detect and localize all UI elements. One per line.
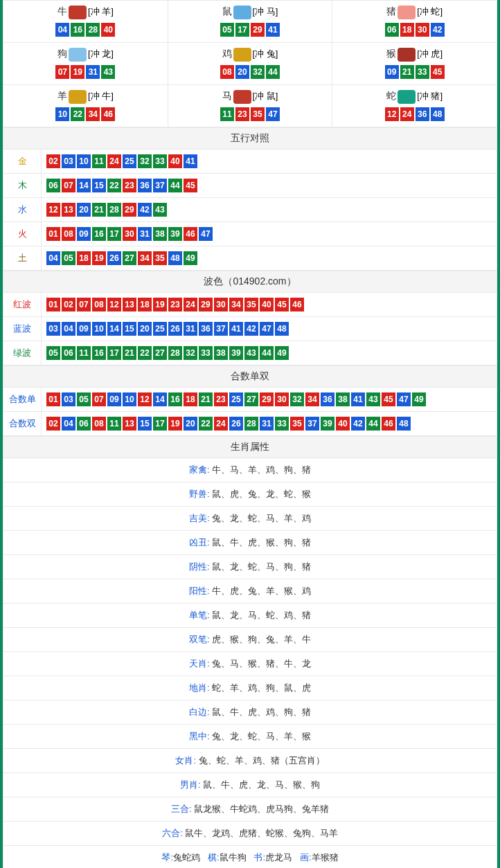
number-ball: 26 bbox=[168, 322, 182, 336]
number-ball: 37 bbox=[305, 417, 319, 431]
number-ball: 28 bbox=[244, 417, 258, 431]
bose-header: 波色（014902.com） bbox=[3, 271, 497, 293]
zodiac-cell: 猴[冲 虎]09213345 bbox=[332, 43, 497, 85]
number-ball: 34 bbox=[86, 107, 100, 121]
zodiac-name: 猴 bbox=[386, 48, 396, 59]
number-ball: 11 bbox=[220, 107, 234, 121]
attr-row: 三合: 鼠龙猴、牛蛇鸡、虎马狗、兔羊猪 bbox=[3, 797, 497, 822]
attr-row: 阴性: 鼠、龙、蛇、马、狗、猪 bbox=[3, 555, 497, 579]
attr-value: 虎、猴、狗、兔、羊、牛 bbox=[212, 634, 311, 644]
number-ball: 20 bbox=[138, 322, 152, 336]
number-ball: 18 bbox=[138, 298, 152, 311]
row-label: 木 bbox=[3, 174, 42, 198]
zodiac-icon bbox=[233, 90, 251, 104]
zodiac-name: 蛇 bbox=[386, 90, 396, 101]
number-ball: 05 bbox=[77, 392, 91, 406]
number-ball: 31 bbox=[138, 227, 152, 241]
number-ball: 45 bbox=[184, 179, 197, 192]
zodiac-name: 马 bbox=[222, 90, 232, 101]
number-ball: 19 bbox=[153, 298, 167, 311]
number-ball: 19 bbox=[168, 417, 182, 431]
zodiac-name: 鼠 bbox=[222, 6, 232, 17]
number-ball: 13 bbox=[62, 203, 75, 217]
attr-label: 白边: bbox=[189, 707, 210, 717]
number-ball: 15 bbox=[123, 322, 136, 336]
attr-value: 虎龙马 bbox=[265, 852, 292, 862]
number-ball: 25 bbox=[123, 154, 136, 168]
number-ball: 32 bbox=[290, 392, 304, 406]
attr-label: 凶丑: bbox=[189, 537, 210, 548]
attr-label: 家禽: bbox=[189, 464, 210, 475]
zodiac-chong: [冲 虎] bbox=[417, 48, 443, 59]
attr-footer-row: 琴:兔蛇鸡 棋:鼠牛狗 书:虎龙马 画:羊猴猪 bbox=[3, 846, 497, 869]
number-ball: 33 bbox=[199, 346, 213, 360]
number-ball: 48 bbox=[275, 322, 289, 336]
heshu-table: 合数单双 合数单01030507091012141618212325272930… bbox=[3, 365, 497, 436]
number-ball: 22 bbox=[71, 107, 84, 121]
number-ball: 36 bbox=[416, 107, 429, 121]
zodiac-cell: 猪[冲 蛇]06183042 bbox=[332, 1, 497, 43]
row-numbers: 04051819262734354849 bbox=[42, 246, 497, 271]
number-ball: 03 bbox=[62, 392, 75, 406]
attr-row: 六合: 鼠牛、龙鸡、虎猪、蛇猴、兔狗、马羊 bbox=[3, 822, 497, 846]
attr-label: 女肖: bbox=[175, 755, 196, 766]
attr-label: 单笔: bbox=[189, 610, 210, 620]
number-ball: 24 bbox=[214, 417, 228, 431]
number-ball: 13 bbox=[123, 417, 136, 431]
number-ball: 23 bbox=[235, 107, 249, 121]
number-ball: 41 bbox=[266, 23, 280, 37]
number-ball: 36 bbox=[199, 322, 213, 336]
number-ball: 02 bbox=[46, 417, 60, 431]
number-ball: 30 bbox=[275, 392, 289, 406]
row-label: 土 bbox=[3, 246, 42, 271]
number-ball: 31 bbox=[86, 65, 100, 79]
number-ball: 41 bbox=[229, 322, 243, 336]
number-ball: 20 bbox=[184, 417, 197, 431]
number-ball: 11 bbox=[92, 154, 106, 168]
number-ball: 11 bbox=[77, 346, 91, 360]
row-label: 绿波 bbox=[3, 341, 42, 365]
number-ball: 47 bbox=[260, 322, 274, 336]
attr-label: 阳性: bbox=[189, 586, 210, 596]
number-ball: 08 bbox=[92, 298, 106, 311]
row-numbers: 0102070812131819232429303435404546 bbox=[42, 293, 497, 317]
number-ball: 48 bbox=[397, 417, 411, 431]
attr-value: 鼠、牛、虎、鸡、狗、猪 bbox=[212, 707, 311, 717]
number-ball: 21 bbox=[199, 392, 213, 406]
number-ball: 06 bbox=[62, 346, 75, 360]
number-ball: 33 bbox=[275, 417, 289, 431]
attrs-header: 生肖属性 bbox=[3, 437, 497, 458]
number-ball: 04 bbox=[46, 251, 60, 265]
number-ball: 47 bbox=[199, 227, 213, 241]
zodiac-icon bbox=[69, 48, 87, 62]
attr-label: 棋: bbox=[208, 852, 220, 862]
number-ball: 40 bbox=[168, 154, 182, 168]
row-label: 蓝波 bbox=[3, 317, 42, 341]
number-ball: 43 bbox=[153, 203, 167, 217]
zodiac-cell: 羊[冲 牛]10223446 bbox=[3, 85, 168, 127]
attr-value: 蛇、羊、鸡、狗、鼠、虎 bbox=[212, 682, 311, 693]
row-numbers: 05061116172122272832333839434449 bbox=[42, 341, 497, 365]
attr-value: 鼠龙猴、牛蛇鸡、虎马狗、兔羊猪 bbox=[194, 804, 329, 814]
zodiac-chong: [冲 蛇] bbox=[417, 6, 443, 17]
row-label: 水 bbox=[3, 198, 42, 222]
number-ball: 35 bbox=[290, 417, 304, 431]
row-numbers: 0108091617303138394647 bbox=[42, 222, 497, 246]
zodiac-name: 羊 bbox=[57, 90, 67, 101]
number-ball: 18 bbox=[77, 251, 91, 265]
attr-label: 书: bbox=[253, 852, 265, 862]
attr-value: 鼠、龙、蛇、马、狗、猪 bbox=[212, 561, 311, 572]
number-ball: 09 bbox=[385, 65, 399, 79]
attr-value: 兔、马、猴、猪、牛、龙 bbox=[212, 658, 311, 669]
number-ball: 17 bbox=[107, 227, 121, 241]
number-ball: 48 bbox=[168, 251, 182, 265]
number-ball: 06 bbox=[385, 23, 399, 37]
number-ball: 46 bbox=[290, 298, 304, 311]
number-ball: 38 bbox=[153, 227, 167, 241]
number-ball: 30 bbox=[416, 23, 429, 37]
number-ball: 09 bbox=[77, 322, 91, 336]
number-ball: 10 bbox=[123, 392, 136, 406]
zodiac-chong: [冲 马] bbox=[253, 6, 278, 17]
number-ball: 32 bbox=[184, 346, 197, 360]
zodiac-cell: 蛇[冲 猪]12243648 bbox=[332, 85, 497, 127]
